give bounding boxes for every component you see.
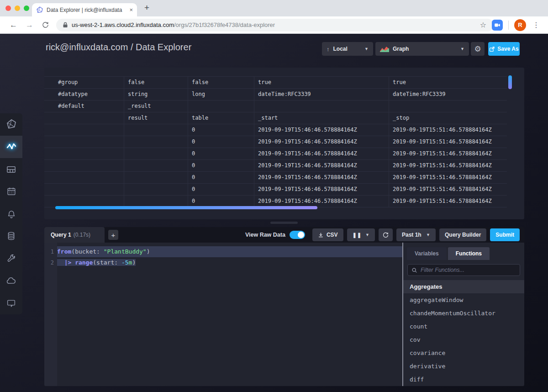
query-tab-duration: (0.17s) xyxy=(74,232,90,238)
toggle-knob xyxy=(298,232,304,238)
code-line[interactable]: |> range(start: -5m) xyxy=(57,257,402,268)
table-cell: 2019-09-19T15:51:46.578884164Z xyxy=(389,124,507,136)
table-cell: 2019-09-19T15:46:46.578884164Z xyxy=(254,136,389,148)
time-range-label: Past 1h xyxy=(402,232,422,238)
timezone-dropdown[interactable]: ↑ Local ▼ xyxy=(322,42,373,56)
url-path: /orgs/27b1f32678fe4738/data-explorer xyxy=(174,21,275,28)
raw-data-table: #group false false true true #datatype s… xyxy=(44,76,507,207)
sidebar-item-usage[interactable] xyxy=(0,270,22,292)
back-icon[interactable]: ← xyxy=(10,21,17,30)
table-cell xyxy=(124,148,188,159)
nav-sidebar xyxy=(0,113,22,314)
table-cell: false xyxy=(188,77,254,88)
code-token: from xyxy=(57,248,71,255)
bookmark-star-icon[interactable]: ☆ xyxy=(480,21,486,29)
browser-tab-title: Data Explorer | rick@influxdata xyxy=(47,7,126,13)
csv-download-button[interactable]: CSV xyxy=(312,228,343,241)
save-as-button[interactable]: Save As xyxy=(488,42,520,56)
view-raw-data-toggle[interactable] xyxy=(290,231,305,239)
code-token: (start: xyxy=(93,259,121,266)
table-cell: #group xyxy=(44,77,124,88)
table-row: result table _start _stop xyxy=(44,112,507,124)
code-line[interactable]: from(bucket: "PlantBuddy") xyxy=(57,246,402,257)
table-cell: 2019-09-19T15:46:46.578884164Z xyxy=(254,172,389,183)
query-panel: Query 1 (0.17s) + View Raw Data CSV ❚❚ ▼ xyxy=(44,227,524,386)
function-list-item[interactable]: derivative xyxy=(403,360,524,373)
reload-icon[interactable] xyxy=(42,21,49,29)
arrow-up-icon: ↑ xyxy=(327,46,330,53)
table-cell: 2019-09-19T15:51:46.578884164Z xyxy=(389,136,507,148)
sidebar-item-dashboards[interactable] xyxy=(0,158,22,180)
query-builder-button[interactable]: Query Builder xyxy=(439,228,486,241)
code-area[interactable]: from(bucket: "PlantBuddy") |> range(star… xyxy=(57,243,402,386)
table-cell: _result xyxy=(124,101,188,112)
zoom-extension-icon[interactable] xyxy=(492,20,503,31)
time-range-dropdown[interactable]: Past 1h ▼ xyxy=(396,228,436,241)
traffic-light-zoom[interactable] xyxy=(24,5,29,11)
sidebar-item-feedback[interactable] xyxy=(0,292,22,314)
tab-variables[interactable]: Variables xyxy=(407,247,447,260)
browser-tab[interactable]: Data Explorer | rick@influxdata × xyxy=(32,3,137,16)
query-tab[interactable]: Query 1 (0.17s) xyxy=(44,227,105,243)
table-cell: true xyxy=(389,77,507,88)
table-cell xyxy=(44,160,124,171)
url-bar[interactable]: us-west-2-1.aws.cloud2.influxdata.com/or… xyxy=(56,19,494,32)
sidebar-item-influxdb-logo[interactable] xyxy=(0,113,22,136)
lock-icon xyxy=(63,22,68,28)
function-list-item[interactable]: aggregateWindow xyxy=(403,293,524,307)
pause-button[interactable]: ❚❚ ▼ xyxy=(347,228,375,241)
tab-functions[interactable]: Functions xyxy=(448,247,490,260)
profile-avatar[interactable]: R xyxy=(514,19,526,31)
sidebar-item-alerts[interactable] xyxy=(0,203,22,225)
chat-bubble-icon xyxy=(6,298,16,308)
vertical-scrollbar-thumb[interactable] xyxy=(508,75,512,89)
sidebar-item-data-explorer[interactable] xyxy=(0,136,22,158)
function-list-item[interactable]: chandeMomentumOscillator xyxy=(403,307,524,320)
tab-close-icon[interactable]: × xyxy=(129,7,133,13)
panel-resize-handle[interactable] xyxy=(270,222,298,224)
filter-functions-search[interactable] xyxy=(407,264,520,276)
forward-icon[interactable]: → xyxy=(26,21,33,30)
page-title: rick@influxdata.com / Data Explorer xyxy=(46,42,191,53)
sidebar-item-load-data[interactable] xyxy=(0,225,22,247)
code-token: "PlantBuddy" xyxy=(104,248,147,255)
table-cell: table xyxy=(188,112,254,124)
flux-editor[interactable]: 12 from(bucket: "PlantBuddy") |> range(s… xyxy=(44,243,402,386)
chevron-down-icon: ▼ xyxy=(426,233,430,237)
table-cell: 2019-09-19T15:46:46.578884164Z xyxy=(254,124,389,136)
settings-gear-button[interactable]: ⚙ xyxy=(471,42,485,56)
filter-functions-input[interactable] xyxy=(421,267,516,273)
browser-menu-icon[interactable]: ⋮ xyxy=(532,21,540,29)
sidebar-item-settings[interactable] xyxy=(0,247,22,270)
function-list-item[interactable]: count xyxy=(403,320,524,333)
code-token xyxy=(57,259,64,266)
browser-toolbar: ← → us-west-2-1.aws.cloud2.influxdata.co… xyxy=(0,16,548,34)
table-cell: long xyxy=(188,89,254,100)
traffic-light-minimize[interactable] xyxy=(15,5,20,11)
function-list-item[interactable]: covariance xyxy=(403,346,524,360)
sidebar-item-tasks[interactable] xyxy=(0,180,22,203)
code-token: ) xyxy=(147,248,150,255)
chevron-down-icon: ▼ xyxy=(460,47,464,51)
add-query-button[interactable]: + xyxy=(108,230,118,240)
table-row: 0 2019-09-19T15:46:46.578884164Z 2019-09… xyxy=(44,160,507,172)
new-tab-button[interactable]: + xyxy=(144,3,149,13)
toolbar-divider xyxy=(508,21,509,30)
table-row: 0 2019-09-19T15:46:46.578884164Z 2019-09… xyxy=(44,148,507,160)
table-cell: 0 xyxy=(188,196,254,207)
gear-icon: ⚙ xyxy=(474,44,481,54)
table-cell: 2019-09-19T15:46:46.578884164Z xyxy=(254,160,389,171)
table-cell xyxy=(389,101,507,112)
submit-button[interactable]: Submit xyxy=(490,228,520,241)
function-list-item[interactable]: diff xyxy=(403,373,524,386)
table-cell: #datatype xyxy=(44,89,124,100)
horizontal-scrollbar-thumb[interactable] xyxy=(55,206,317,209)
table-cell xyxy=(124,172,188,183)
traffic-light-close[interactable] xyxy=(5,5,11,11)
influxdb-logo-icon xyxy=(6,119,17,130)
refresh-button[interactable] xyxy=(379,228,393,241)
visualization-type-dropdown[interactable]: Graph ▼ xyxy=(375,42,469,56)
table-cell: _stop xyxy=(389,112,507,124)
function-list-item[interactable]: cov xyxy=(403,333,524,346)
visualization-type-label: Graph xyxy=(393,46,409,52)
